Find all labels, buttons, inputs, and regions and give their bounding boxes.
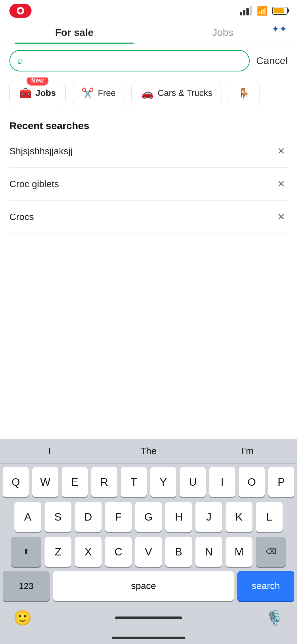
recent-search-item-1[interactable]: Shjsjshhsjjaksjj ✕ xyxy=(9,135,288,168)
pill-free-label: Free xyxy=(98,88,116,98)
pill-jobs-icon: 🧰 xyxy=(19,87,32,99)
status-bar-right: 📶 xyxy=(240,6,288,16)
home-indicator xyxy=(115,616,182,619)
cancel-button[interactable]: Cancel xyxy=(256,53,288,68)
pill-cars-icon: 🚗 xyxy=(141,87,154,99)
key-l[interactable]: L xyxy=(256,502,283,532)
signal-bars xyxy=(240,6,252,15)
key-shift[interactable]: ⬆ xyxy=(11,537,41,567)
recent-search-text-2: Croc giblets xyxy=(9,179,59,190)
key-space[interactable]: space xyxy=(53,571,234,601)
mic-button[interactable]: 🎙️ xyxy=(265,609,284,627)
delete-recent-3[interactable]: ✕ xyxy=(275,210,288,224)
record-dot-inner xyxy=(18,9,22,13)
key-u[interactable]: U xyxy=(180,467,206,497)
key-j[interactable]: J xyxy=(195,502,222,532)
delete-recent-2[interactable]: ✕ xyxy=(275,177,288,191)
content-spacer xyxy=(0,237,297,304)
key-i[interactable]: I xyxy=(209,467,235,497)
keyboard-rows: Q W E R T Y U I O P A S D F G H J K L ⬆ … xyxy=(0,464,297,569)
recent-search-text-3: Crocs xyxy=(9,212,34,222)
record-button[interactable] xyxy=(9,4,32,18)
key-a[interactable]: A xyxy=(14,502,41,532)
key-g[interactable]: G xyxy=(135,502,162,532)
tab-for-sale-label: For sale xyxy=(55,27,94,38)
key-o[interactable]: O xyxy=(239,467,265,497)
key-e[interactable]: E xyxy=(62,467,88,497)
recent-search-text-1: Shjsjshhsjjaksjj xyxy=(9,146,72,157)
pill-cars[interactable]: 🚗 Cars & Trucks xyxy=(131,81,222,105)
search-input[interactable] xyxy=(28,55,242,66)
tab-jobs[interactable]: Jobs ✦✦ xyxy=(148,20,297,44)
key-w[interactable]: W xyxy=(32,467,58,497)
battery-icon xyxy=(272,7,288,15)
recent-searches-section: Recent searches Shjsjshhsjjaksjj ✕ Croc … xyxy=(0,110,297,237)
signal-bar-2 xyxy=(243,10,245,15)
signal-bar-3 xyxy=(246,8,249,15)
battery-fill xyxy=(274,8,284,13)
record-dot xyxy=(17,7,24,14)
keyboard: I The I'm Q W E R T Y U I O P A S D F G … xyxy=(0,439,297,644)
pill-cars-label: Cars & Trucks xyxy=(158,88,212,98)
key-v[interactable]: V xyxy=(135,537,162,567)
key-d[interactable]: D xyxy=(75,502,102,532)
status-bar: 📶 xyxy=(0,0,297,20)
tab-for-sale[interactable]: For sale xyxy=(0,20,148,44)
key-row-3: ⬆ Z X C V B N M ⌫ xyxy=(3,537,294,567)
signal-bar-1 xyxy=(240,12,242,15)
home-bar-indicator xyxy=(112,637,185,639)
keyboard-suggestions: I The I'm xyxy=(0,439,297,464)
suggestion-i[interactable]: I xyxy=(0,444,99,459)
pill-more[interactable]: 🪑 xyxy=(228,81,260,105)
suggestion-im[interactable]: I'm xyxy=(198,444,297,459)
status-bar-left xyxy=(9,4,32,18)
pill-free[interactable]: ✂️ Free xyxy=(72,81,125,105)
key-y[interactable]: Y xyxy=(150,467,176,497)
emoji-button[interactable]: 🙂 xyxy=(13,609,32,627)
key-c[interactable]: C xyxy=(105,537,132,567)
key-s[interactable]: S xyxy=(45,502,71,532)
home-bar xyxy=(0,633,297,644)
pill-more-icon: 🪑 xyxy=(238,87,250,99)
key-m[interactable]: M xyxy=(226,537,252,567)
pill-free-icon: ✂️ xyxy=(81,87,94,99)
key-q[interactable]: Q xyxy=(3,467,29,497)
delete-recent-1[interactable]: ✕ xyxy=(275,144,288,158)
pill-jobs[interactable]: New 🧰 Jobs xyxy=(9,81,66,105)
category-pills: New 🧰 Jobs ✂️ Free 🚗 Cars & Trucks 🪑 xyxy=(0,77,297,110)
search-bar-container: ⌕ Cancel xyxy=(0,44,297,77)
key-b[interactable]: B xyxy=(165,537,192,567)
key-h[interactable]: H xyxy=(165,502,192,532)
key-backspace[interactable]: ⌫ xyxy=(256,537,286,567)
key-123[interactable]: 123 xyxy=(3,571,50,601)
key-search[interactable]: search xyxy=(237,571,294,601)
pill-jobs-label: Jobs xyxy=(36,88,56,98)
recent-search-item-2[interactable]: Croc giblets ✕ xyxy=(9,168,288,201)
sparkle-icon: ✦✦ xyxy=(272,23,287,35)
key-x[interactable]: X xyxy=(75,537,102,567)
wifi-icon: 📶 xyxy=(257,6,268,16)
key-row-1: Q W E R T Y U I O P xyxy=(3,467,294,497)
keyboard-bottom-row: 123 space search xyxy=(0,569,297,604)
suggestion-the[interactable]: The xyxy=(99,444,198,459)
search-icon: ⌕ xyxy=(17,55,23,66)
tab-jobs-label: Jobs xyxy=(212,27,233,38)
tab-bar: For sale Jobs ✦✦ xyxy=(0,20,297,44)
key-n[interactable]: N xyxy=(195,537,222,567)
recent-searches-title: Recent searches xyxy=(9,120,288,131)
key-row-2: A S D F G H J K L xyxy=(3,502,294,532)
signal-bar-4 xyxy=(250,6,252,15)
search-input-wrapper[interactable]: ⌕ xyxy=(9,50,250,71)
key-k[interactable]: K xyxy=(226,502,252,532)
keyboard-extras: 🙂 🎙️ xyxy=(0,604,297,633)
new-badge: New xyxy=(26,77,48,86)
recent-search-item-3[interactable]: Crocs ✕ xyxy=(9,201,288,233)
key-p[interactable]: P xyxy=(268,467,294,497)
tab-jobs-inner: Jobs ✦✦ xyxy=(148,27,297,38)
key-z[interactable]: Z xyxy=(45,537,71,567)
key-t[interactable]: T xyxy=(121,467,147,497)
key-r[interactable]: R xyxy=(91,467,117,497)
key-f[interactable]: F xyxy=(105,502,132,532)
